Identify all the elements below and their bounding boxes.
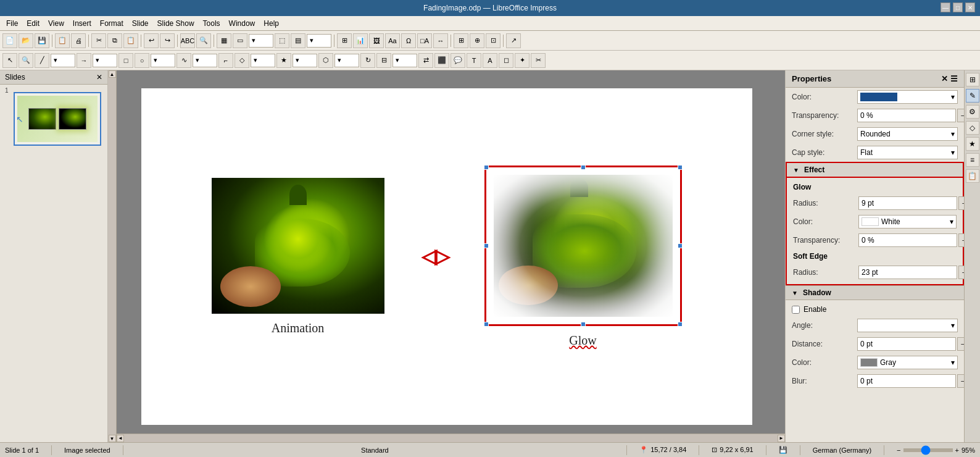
scroll-down-button[interactable]: ▼ [109, 435, 116, 442]
crop-tool[interactable]: ✂ [531, 53, 546, 68]
select-tool[interactable]: ↖ [2, 53, 17, 68]
star-tool[interactable]: ★ [276, 53, 291, 68]
ellipse-tool[interactable]: ○ [135, 53, 149, 68]
glow-transparency-decrement-button[interactable]: − [958, 233, 964, 247]
menu-edit[interactable]: Edit [23, 18, 43, 29]
animation-image[interactable] [212, 178, 384, 314]
menu-insert[interactable]: Insert [69, 18, 95, 29]
redo-button[interactable]: ↪ [160, 33, 175, 48]
scroll-left-button[interactable]: ◄ [117, 435, 124, 442]
menu-slideshow[interactable]: Slide Show [154, 18, 198, 29]
sidebar-icon-6[interactable]: ≡ [966, 153, 979, 167]
shadow-distance-decrement-button[interactable]: − [957, 337, 964, 351]
horizontal-scrollbar[interactable]: ◄ ► [117, 434, 785, 442]
tb-dd1[interactable]: ▾ [249, 34, 273, 48]
sidebar-icon-3[interactable]: ⚙ [966, 105, 979, 119]
callout-tool[interactable]: 💬 [451, 53, 465, 68]
zoom-tool[interactable]: 🔍 [19, 53, 33, 68]
block-arrow-dd[interactable]: ▾ [251, 54, 275, 67]
tb17[interactable]: ⊡ [486, 33, 500, 48]
tb14[interactable]: ↔ [433, 33, 448, 48]
selection-handle-ml[interactable] [484, 243, 489, 248]
cut-button[interactable]: ✂ [91, 33, 106, 48]
rotate-tool[interactable]: ↻ [360, 53, 375, 68]
transparency-decrement-button[interactable]: − [957, 109, 964, 122]
open-button[interactable]: 📂 [19, 33, 33, 48]
tb10[interactable]: ▤ [291, 33, 305, 48]
zoom-slider[interactable] [903, 448, 953, 452]
corner-style-dropdown[interactable]: Rounded ▾ [857, 127, 958, 141]
shadow-enable-checkbox[interactable] [792, 306, 800, 314]
arrow-dd[interactable]: ▾ [93, 54, 117, 67]
sidebar-icon-1[interactable]: ⊞ [966, 73, 979, 86]
flip-tool[interactable]: ⇄ [418, 53, 433, 68]
tb9[interactable]: ⬚ [275, 33, 289, 48]
arrow-tool[interactable]: → [77, 53, 91, 68]
curve-dd[interactable]: ▾ [193, 54, 217, 67]
curve-tool[interactable]: ∿ [176, 53, 191, 68]
soft-edge-radius-input[interactable] [858, 266, 957, 279]
glow-radius-input[interactable] [858, 196, 957, 210]
spellcheck-button[interactable]: ABC [180, 33, 195, 48]
props-menu-icon[interactable]: ☰ [950, 74, 958, 83]
tb15[interactable]: ⊞ [454, 33, 468, 48]
shadow-angle-dropdown[interactable]: ▾ [857, 319, 958, 332]
selection-handle-tc[interactable] [581, 165, 586, 170]
close-button[interactable]: ✕ [965, 2, 975, 12]
minimize-button[interactable]: — [941, 2, 950, 12]
insert-image-button[interactable]: 🖼 [369, 33, 384, 48]
shape-dd[interactable]: ▾ [151, 54, 175, 67]
flowchart-dd[interactable]: ▾ [334, 54, 359, 67]
3d-tool[interactable]: ⬛ [434, 53, 449, 68]
props-close-icon[interactable]: ✕ [941, 74, 948, 83]
save-status-icon[interactable]: 💾 [779, 446, 787, 454]
align-dd[interactable]: ▾ [392, 54, 417, 67]
canvas-area[interactable]: ▲ ▼ Animation ◁▷ [108, 70, 785, 442]
color-dropdown[interactable]: ▾ [857, 90, 958, 104]
insert-table-button[interactable]: ⊞ [337, 33, 352, 48]
zoom-out-icon[interactable]: − [897, 447, 900, 454]
line-dd[interactable]: ▾ [51, 54, 75, 67]
selection-handle-br[interactable] [678, 322, 683, 327]
flowchart-tool[interactable]: ⬡ [318, 53, 333, 68]
undo-button[interactable]: ↩ [144, 33, 159, 48]
menu-slide[interactable]: Slide [128, 18, 152, 29]
shadow-distance-input[interactable] [857, 337, 956, 351]
sidebar-icon-2[interactable]: ✎ [966, 89, 979, 103]
menu-tools[interactable]: Tools [199, 18, 224, 29]
tb16[interactable]: ⊕ [470, 33, 484, 48]
glow-image-container[interactable] [484, 166, 682, 326]
tb8[interactable]: ▭ [233, 33, 247, 48]
glow-color-dropdown[interactable]: White ▾ [858, 215, 957, 228]
zoom-in-icon[interactable]: + [955, 447, 959, 454]
maximize-button[interactable]: □ [953, 2, 963, 12]
transparency-input[interactable] [857, 109, 956, 122]
find-button[interactable]: 🔍 [196, 33, 211, 48]
paste-button[interactable]: 📋 [123, 33, 138, 48]
new-button[interactable]: 📄 [2, 33, 17, 48]
shadow-color-dropdown[interactable]: Gray ▾ [857, 356, 958, 369]
tb13[interactable]: □A [417, 33, 432, 48]
textbox-tool[interactable]: T [467, 53, 481, 68]
menu-help[interactable]: Help [260, 18, 283, 29]
save-button[interactable]: 💾 [35, 33, 49, 48]
soft-edge-radius-decrement-button[interactable]: − [958, 266, 964, 279]
sidebar-icon-5[interactable]: ★ [966, 137, 979, 151]
menu-file[interactable]: File [2, 18, 22, 29]
selection-handle-bl[interactable] [484, 322, 489, 327]
selection-handle-mr[interactable] [678, 243, 683, 248]
export-pdf-button[interactable]: 📋 [55, 33, 70, 48]
tb12[interactable]: Ω [401, 33, 416, 48]
align-tool[interactable]: ⊟ [376, 53, 391, 68]
sidebar-icon-4[interactable]: ◇ [966, 121, 979, 135]
shadow-tool[interactable]: ◻ [499, 53, 513, 68]
effect-collapse-icon[interactable]: ▼ [793, 167, 799, 174]
scroll-right-button[interactable]: ► [778, 435, 785, 442]
diamond-tool[interactable]: ◇ [235, 53, 249, 68]
copy-button[interactable]: ⧉ [107, 33, 122, 48]
print-button[interactable]: 🖨 [71, 33, 86, 48]
slides-panel-close-icon[interactable]: ✕ [96, 73, 102, 82]
connector-tool[interactable]: ⌐ [218, 53, 233, 68]
selection-handle-tl[interactable] [484, 165, 489, 170]
selection-handle-bc[interactable] [581, 322, 586, 327]
